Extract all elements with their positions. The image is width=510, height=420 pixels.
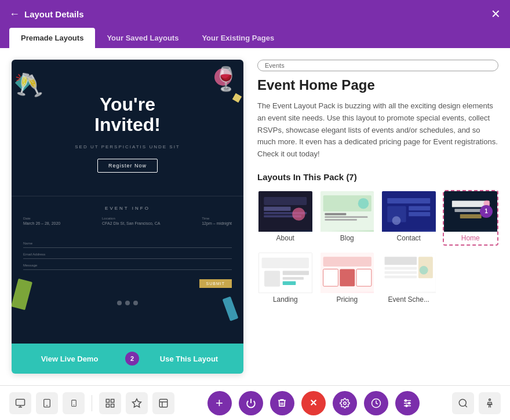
view-live-demo-button[interactable]: View Live Demo: [12, 344, 128, 374]
event-date: Date March 26 – 28, 2020: [23, 217, 60, 225]
modal-title: Layout Details: [24, 9, 491, 19]
thumb-img-blog: [320, 191, 374, 232]
badge-2: 2: [125, 352, 139, 366]
preview-event-info: EVENT INFO Date March 26 – 28, 2020 Loca…: [12, 196, 243, 235]
tablet-button[interactable]: [36, 392, 58, 414]
power-button[interactable]: [239, 391, 263, 415]
tabs-bar: Premade Layouts Your Saved Layouts Your …: [0, 28, 510, 48]
settings-button[interactable]: [333, 391, 357, 415]
svg-point-17: [392, 216, 401, 225]
accessibility-button[interactable]: [479, 392, 501, 414]
dot-2: [125, 301, 130, 305]
thumb-img-eventsche: [382, 253, 436, 293]
form-message-field: Message: [23, 264, 232, 270]
svg-rect-26: [283, 271, 309, 275]
dot-1: [117, 301, 122, 305]
form-name-label: Name: [23, 242, 232, 245]
svg-rect-25: [264, 271, 280, 286]
thumb-label-eventsche: Event Sche...: [382, 293, 436, 306]
bottom-toolbar: + ✕: [0, 385, 510, 420]
thumb-img-landing: [258, 253, 312, 293]
thumb-label-blog: Blog: [320, 232, 374, 244]
layout-thumb-home[interactable]: 1 Home: [443, 190, 499, 246]
modal-container: ← Layout Details ✕ Premade Layouts Your …: [0, 0, 510, 420]
layouts-grid: About Blog: [257, 190, 498, 307]
tab-saved[interactable]: Your Saved Layouts: [95, 28, 190, 48]
preview-panel: 🥂 🍷 You'reInvited! SED UT PERSPICIATIS U…: [12, 60, 243, 374]
form-email-label: Email Address: [23, 253, 232, 256]
svg-marker-52: [133, 399, 141, 407]
svg-rect-35: [385, 257, 417, 265]
event-time: Time 12pm – midnight: [202, 217, 232, 225]
svg-rect-15: [409, 206, 430, 210]
svg-point-63: [408, 402, 410, 404]
preview-hero-sub: SED UT PERSPICIATIS UNDE SIT: [29, 144, 226, 149]
use-this-layout-button[interactable]: 2 Use This Layout: [128, 344, 243, 374]
search-button[interactable]: [452, 392, 474, 414]
layout-button[interactable]: [152, 392, 174, 414]
svg-rect-1: [264, 197, 307, 205]
layout-thumb-pricing[interactable]: Pricing: [319, 251, 376, 307]
tab-premade[interactable]: Premade Layouts: [9, 28, 95, 48]
svg-rect-37: [385, 267, 417, 270]
sliders-button[interactable]: [395, 391, 420, 415]
history-button[interactable]: [364, 391, 388, 415]
add-button[interactable]: +: [207, 391, 232, 415]
badge-1: 1: [480, 205, 493, 218]
svg-rect-21: [460, 214, 481, 218]
preview-footer: View Live Demo 2 Use This Layout: [12, 344, 243, 374]
wireframe-button[interactable]: [99, 392, 121, 414]
svg-rect-8: [325, 213, 346, 216]
layout-thumb-blog[interactable]: Blog: [319, 190, 376, 246]
thumb-img-home: 1: [444, 191, 498, 232]
layout-thumb-landing[interactable]: Landing: [257, 251, 314, 307]
svg-rect-2: [264, 207, 290, 211]
svg-point-57: [343, 401, 346, 404]
thumb-img-about: [258, 191, 312, 232]
modal-body: 🥂 🍷 You'reInvited! SED UT PERSPICIATIS U…: [0, 48, 510, 385]
svg-rect-49: [111, 399, 114, 402]
toolbar-left: [9, 392, 174, 414]
preview-dots: [12, 295, 243, 311]
svg-rect-30: [323, 257, 371, 266]
thumb-label-about: About: [258, 232, 312, 244]
monitor-button[interactable]: [9, 392, 31, 414]
thumb-label-contact: Contact: [382, 232, 436, 244]
form-name-field: Name: [23, 242, 232, 248]
svg-rect-10: [325, 219, 357, 221]
mobile-button[interactable]: [63, 392, 85, 414]
svg-rect-51: [111, 404, 114, 407]
preview-image: 🥂 🍷 You'reInvited! SED UT PERSPICIATIS U…: [12, 60, 243, 344]
svg-rect-53: [159, 399, 167, 407]
star-button[interactable]: [126, 392, 148, 414]
layout-thumb-about[interactable]: About: [257, 190, 314, 246]
toolbar-center: + ✕: [174, 391, 452, 415]
trash-button[interactable]: [270, 391, 294, 415]
svg-rect-41: [16, 399, 25, 406]
thumb-img-pricing: [320, 253, 374, 293]
svg-point-5: [292, 208, 305, 221]
thumb-label-home: Home: [444, 232, 498, 244]
layout-description: The Event Layout Pack is buzzing with al…: [257, 100, 498, 160]
toolbar-right: [452, 392, 501, 414]
svg-point-67: [489, 399, 491, 400]
preview-hero: You'reInvited! SED UT PERSPICIATIS UNDE …: [12, 60, 243, 184]
form-message-label: Message: [23, 264, 232, 267]
svg-point-65: [459, 399, 466, 406]
preview-register-button[interactable]: Register Now: [97, 159, 158, 173]
svg-rect-50: [106, 404, 109, 407]
tab-existing[interactable]: Your Existing Pages: [190, 28, 286, 48]
svg-rect-39: [385, 276, 417, 279]
layout-thumb-contact[interactable]: Contact: [381, 190, 437, 246]
svg-rect-28: [283, 282, 296, 285]
close-modal-button[interactable]: ✕: [491, 7, 501, 21]
divider-1: [92, 395, 92, 411]
svg-point-11: [358, 198, 369, 209]
svg-rect-24: [262, 258, 309, 268]
pack-title: Layouts In This Pack (7): [257, 172, 498, 182]
layout-thumb-eventsche[interactable]: Event Sche...: [381, 251, 437, 307]
close-button[interactable]: ✕: [301, 391, 326, 415]
form-email-field: Email Address: [23, 253, 232, 259]
svg-rect-31: [323, 269, 338, 287]
back-button[interactable]: ←: [9, 8, 20, 20]
